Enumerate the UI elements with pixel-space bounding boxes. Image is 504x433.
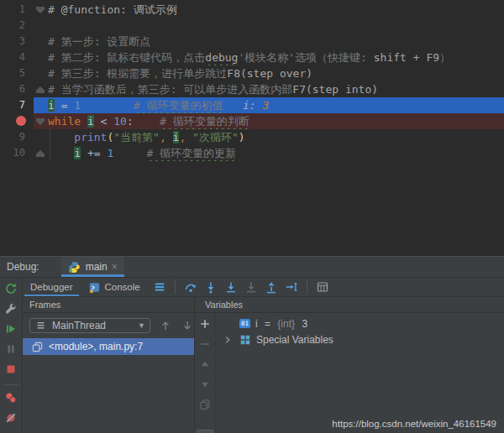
- step-out-button[interactable]: [265, 280, 278, 294]
- special-variables-icon: [239, 333, 252, 347]
- tab-console[interactable]: Console: [81, 278, 148, 296]
- code-token: # 第三步: 根据需要，进行单步跳过: [48, 67, 227, 80]
- code-token: [186, 131, 192, 143]
- line-number-gutter[interactable]: 10: [0, 145, 34, 161]
- code-token: i: [48, 99, 55, 112]
- step-out-of-block-disabled-button: [244, 280, 258, 294]
- code-token: shift + F9: [374, 51, 439, 64]
- frames-body: MainThread ▼ <module>, main.py:7: [23, 313, 194, 433]
- close-icon[interactable]: ×: [112, 262, 118, 272]
- code-token: <: [94, 115, 113, 128]
- code-token: [81, 115, 87, 128]
- evaluate-expression-button[interactable]: [316, 280, 329, 294]
- code-token: "当前第": [113, 131, 160, 143]
- python-icon: [68, 260, 81, 274]
- stack-frame-item[interactable]: <module>, main.py:7: [23, 338, 194, 355]
- editor-line-6: 6# 当学习函数后，第三步: 可以单步进入函数内部F7(step into): [0, 81, 504, 97]
- editor-line-8: 8while i < 10: # 循环变量的判断: [0, 113, 504, 129]
- code-token: F8(step over): [227, 67, 312, 80]
- code-token: ,: [160, 131, 166, 143]
- variables-tree: 01 i = {int} 3 Special Variables: [216, 313, 504, 433]
- code-token: [166, 131, 173, 143]
- line-number-gutter[interactable]: 2: [0, 18, 34, 34]
- add-watch-button[interactable]: [198, 317, 212, 331]
- code-token: while: [48, 115, 81, 128]
- code-editor[interactable]: 1# @function: 调试示例23# 第一步: 设置断点4# 第二步: 鼠…: [0, 0, 504, 256]
- frames-panel-title: Frames: [23, 296, 194, 313]
- chevron-right-icon[interactable]: [221, 333, 234, 347]
- code-token: [134, 115, 160, 128]
- line-number-gutter[interactable]: 5: [0, 65, 34, 81]
- breakpoint-icon[interactable]: [16, 116, 26, 126]
- variable-value: 3: [299, 318, 307, 330]
- run-to-cursor-button[interactable]: [285, 280, 298, 294]
- indent-guide: [50, 128, 50, 159]
- code-token: 3: [262, 99, 269, 112]
- thread-icon: [34, 319, 48, 332]
- debug-tool-window: Debug: main × Debugger Console: [0, 256, 504, 433]
- debug-toolbar: Debugger Console: [23, 278, 504, 296]
- chevron-down-icon: ▼: [138, 321, 145, 330]
- mute-breakpoints-button[interactable]: [4, 411, 18, 425]
- editor-line-7: 7i = 1 # 循环变量的初值 i: 3: [0, 97, 504, 113]
- pause-program-disabled-button: [4, 342, 18, 356]
- debug-body: Debugger Console Frames: [0, 278, 504, 433]
- thread-selector-value: MainThread: [52, 320, 134, 331]
- resume-program-button[interactable]: [4, 322, 18, 336]
- force-step-into-button[interactable]: [224, 280, 238, 294]
- stack-frame-icon: [30, 340, 44, 353]
- layout-settings-button[interactable]: [153, 280, 166, 294]
- stop-button[interactable]: [4, 363, 18, 376]
- code-token: # 当学习函数后，第三步: 可以单步进入函数内部: [48, 83, 292, 96]
- variable-equals: =: [262, 318, 274, 330]
- line-number-gutter[interactable]: 6: [0, 81, 34, 97]
- remove-watch-disabled-button: [198, 337, 212, 351]
- toolbar-separator: [3, 384, 18, 385]
- duplicate-watch-disabled-button: [198, 398, 212, 411]
- debug-main: Debugger Console Frames: [23, 278, 504, 433]
- line-number-gutter[interactable]: 3: [0, 34, 34, 50]
- code-token: =: [55, 99, 74, 112]
- code-token: "次循环": [192, 131, 239, 143]
- code-token: [48, 147, 74, 159]
- code-token: debug: [205, 51, 238, 64]
- line-number-gutter[interactable]: 1: [0, 2, 34, 18]
- editor-line-1: 1# @function: 调试示例: [0, 2, 504, 18]
- thread-selector[interactable]: MainThread ▼: [29, 318, 150, 333]
- code-token: # @function: 调试示例: [48, 3, 177, 16]
- next-frame-icon[interactable]: [181, 319, 194, 332]
- code-token: 10: [113, 115, 127, 128]
- settings-wrench-button[interactable]: [4, 302, 18, 316]
- toolbar-separator: [307, 280, 307, 294]
- special-variables-row[interactable]: Special Variables: [216, 331, 504, 347]
- line-number-gutter[interactable]: 4: [0, 50, 34, 65]
- line-number-gutter[interactable]: 7: [0, 97, 34, 113]
- tab-debugger[interactable]: Debugger: [23, 278, 81, 296]
- code-token: i: [74, 147, 81, 159]
- step-over-button[interactable]: [184, 280, 197, 294]
- debug-left-toolbar: [0, 278, 23, 433]
- run-tab-main[interactable]: main ×: [61, 257, 124, 277]
- previous-frame-icon[interactable]: [159, 319, 172, 332]
- line-number-gutter[interactable]: 9: [0, 129, 34, 145]
- code-token: # 第二步: 鼠标右键代码，点击: [48, 51, 205, 64]
- run-tab-label: main: [86, 261, 108, 273]
- view-breakpoints-button[interactable]: [4, 391, 18, 404]
- primitive-01-icon: 01: [238, 317, 251, 331]
- console-icon: [88, 280, 102, 294]
- code-token: i:: [243, 99, 262, 112]
- svg-text:01: 01: [241, 320, 249, 327]
- editor-line-3: 3# 第一步: 设置断点: [0, 34, 504, 50]
- rerun-button[interactable]: [4, 282, 18, 295]
- variables-panel-title: Variables: [195, 296, 504, 313]
- code-token: [48, 131, 74, 143]
- variable-row-i[interactable]: 01 i = {int} 3: [216, 316, 504, 331]
- editor-line-10: 10 i += 1 # 循环变量的更新: [0, 145, 504, 161]
- show-watches-button[interactable]: [196, 430, 214, 433]
- code-token: # 第一步: 设置断点: [48, 35, 150, 48]
- thread-row: MainThread ▼: [23, 313, 194, 333]
- code-token: print: [74, 131, 107, 143]
- code-token: i: [87, 115, 94, 128]
- code-token: # 循环变量的更新: [146, 147, 236, 159]
- step-into-button[interactable]: [204, 280, 218, 294]
